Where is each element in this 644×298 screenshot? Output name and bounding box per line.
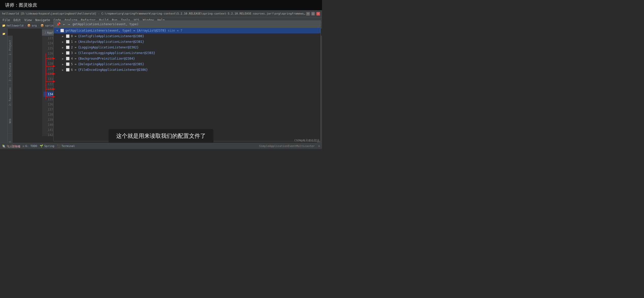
status-bar: 🐛 5: Debug ☑ 6: TODO 🌱 Spring ⬛ Terminal… — [0, 143, 322, 149]
expand-4[interactable]: ▶ — [61, 57, 64, 60]
expand-6[interactable]: ▶ — [61, 68, 64, 71]
restore-button[interactable]: □ — [311, 12, 315, 16]
line-numbers: 123 124 125 126 127 128 129 130 131 132 … — [42, 36, 55, 136]
popup-forward[interactable]: → — [68, 22, 70, 26]
popup-title: getApplicationListeners(event, type) — [72, 22, 139, 26]
breadcrumb-helloworld[interactable]: helloworld — [7, 24, 23, 27]
icon-0: ⬜ — [66, 34, 69, 38]
popup-pin[interactable]: 📌 — [56, 22, 61, 26]
debug-row-3[interactable]: ▶ ⬜ 3 = {ClasspathLoggingApplicationList… — [54, 50, 320, 56]
icon-4: ⬜ — [66, 57, 69, 60]
menu-view[interactable]: View — [23, 18, 33, 22]
minimize-button[interactable]: ─ — [306, 12, 310, 16]
todo-icon: ☑ — [23, 144, 24, 148]
expand-0[interactable]: ▶ — [61, 35, 64, 38]
title-bar-buttons: ─ □ ✕ — [306, 12, 320, 16]
icon-3: ⬜ — [66, 51, 69, 55]
breadcrumb-org[interactable]: org — [32, 24, 37, 27]
expand-2[interactable]: ▶ — [61, 46, 64, 49]
status-file: SimpleApplicationEventMulticaster — [259, 144, 315, 148]
icon-5: ⬜ — [66, 62, 69, 66]
subtitle-text: 这个就是用来读取我们的配置文件了 — [116, 133, 206, 139]
debug-root-expand[interactable]: ▼ — [56, 29, 59, 32]
label-favorites: 2: Favorites — [8, 86, 12, 107]
watermark-text: 讲师：图灵徐庶 — [5, 2, 37, 8]
spring-icon: 🌱 — [40, 144, 43, 148]
debug-root-icon: ⬜ — [60, 29, 64, 32]
debug-row-2[interactable]: ▶ ⬜ 2 = {LoggingApplicationListener@2382… — [54, 45, 320, 50]
popup-header: 📌 ← → getApplicationListeners(event, typ… — [54, 21, 320, 28]
debug-row-1[interactable]: ▶ ⬜ 1 = {AnsiOutputApplicationListener@2… — [54, 39, 320, 45]
section-structure[interactable]: 2: Structure — [8, 60, 12, 85]
status-todo[interactable]: ☑ 6: TODO — [23, 144, 37, 148]
menu-file[interactable]: File — [1, 18, 11, 22]
debug-row-5[interactable]: ▶ ⬜ 5 = {DelegatingApplicationListener@2… — [54, 61, 320, 67]
popup-back[interactable]: ← — [63, 22, 65, 26]
debug-popup: 📌 ← → getApplicationListeners(event, typ… — [53, 20, 321, 141]
watermark: 讲师：图灵徐庶 — [0, 0, 322, 10]
icon-6: ⬜ — [66, 68, 69, 72]
menu-edit[interactable]: Edit — [12, 18, 22, 22]
project-icon: 📁 — [2, 24, 6, 27]
terminal-icon: ⬛ — [57, 144, 61, 148]
csdn-mark: CSDN@每天都在想法 — [294, 139, 319, 142]
debug-row-4[interactable]: ▶ ⬜ 4 = {BackgroundPreinitializer@2384} — [54, 56, 320, 61]
icon-1: ⬜ — [66, 40, 69, 44]
debug-row-0[interactable]: ▶ ⬜ 0 = {ConfigFileApplicationListener@2… — [54, 33, 320, 39]
popup-content: ▼ ⬜ getApplicationListeners(event, type)… — [54, 28, 320, 141]
subtitle-bar: 这个就是用来读取我们的配置文件了 — [109, 129, 213, 143]
left-sidebar: 📁 — [0, 10, 8, 149]
menu-navigate[interactable]: Navigate — [34, 18, 52, 22]
status-spring[interactable]: 🌱 Spring — [40, 144, 54, 148]
vertical-labels-left: 1: Project 2: Structure 2: Favorites Web… — [8, 36, 13, 149]
viewers-badge: 🔍 1人正在看 — [3, 145, 21, 148]
title-bar: helloworld [D:\ideaworkspace\java\spring… — [0, 10, 322, 17]
label-project: 1: Project — [8, 39, 12, 56]
status-extra: n — [318, 144, 320, 148]
section-favorites[interactable]: 2: Favorites — [8, 85, 12, 109]
expand-3[interactable]: ▶ — [61, 51, 64, 55]
section-project[interactable]: 1: Project — [8, 36, 12, 60]
expand-5[interactable]: ▶ — [61, 63, 64, 66]
title-bar-title: helloworld [D:\ideaworkspace\java\spring… — [2, 12, 306, 15]
close-button[interactable]: ✕ — [316, 12, 320, 16]
sidebar-project[interactable]: 📁 — [1, 31, 7, 37]
label-structure: 2: Structure — [8, 62, 12, 82]
debug-row-6[interactable]: ▶ ⬜ 6 = {FileEncodingApplicationListener… — [54, 67, 320, 73]
icon-2: ⬜ — [66, 46, 69, 49]
status-terminal[interactable]: ⬛ Terminal — [57, 144, 75, 148]
label-web: Web — [8, 118, 12, 124]
expand-1[interactable]: ▶ — [61, 40, 64, 43]
debug-root-row[interactable]: ▼ ⬜ getApplicationListeners(event, type)… — [54, 28, 320, 33]
section-web[interactable]: Web — [8, 109, 12, 133]
